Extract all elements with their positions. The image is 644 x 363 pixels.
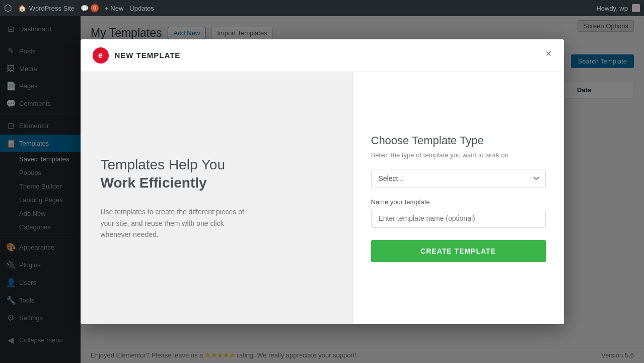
updates-item[interactable]: Updates [129,5,154,12]
new-label: + New [105,5,123,12]
modal-right-title: Choose Template Type [371,134,546,147]
template-name-label: Name your template [371,198,546,206]
comments-admin-item[interactable]: 💬 0 [81,4,99,12]
elementor-logo-icon: e [93,47,109,64]
modal-right-subtitle: Select the type of template you want to … [371,151,546,159]
modal-headline: Templates Help You Work Efficiently [101,156,332,193]
comment-count-badge: 0 [91,4,99,12]
wp-logo-icon: ⬡ [4,3,12,14]
modal-header: e NEW TEMPLATE × [81,39,564,72]
modal-overlay[interactable]: e NEW TEMPLATE × Templates Help You Work… [0,0,644,363]
modal-headline-bold: Work Efficiently [101,174,332,192]
modal-left-panel: Templates Help You Work Efficiently Use … [81,72,352,324]
admin-bar-right: Howdy, wp [596,4,640,12]
updates-label: Updates [129,5,154,12]
create-template-button[interactable]: CREATE TEMPLATE [371,240,546,262]
howdy-text: Howdy, wp [596,5,628,12]
template-name-input[interactable] [371,209,546,228]
new-template-modal: e NEW TEMPLATE × Templates Help You Work… [81,39,564,324]
site-name-item[interactable]: 🏠 WordPress Site [18,5,75,12]
site-name-label: WordPress Site [29,5,75,12]
modal-headline-line1: Templates Help You [101,157,226,172]
admin-bar: ⬡ 🏠 WordPress Site 💬 0 + New Updates How… [0,0,644,16]
comment-icon: 💬 [81,5,89,12]
new-content-item[interactable]: + New [105,5,123,12]
avatar[interactable] [632,4,640,12]
modal-title: NEW TEMPLATE [115,51,181,59]
site-home-icon: 🏠 [18,5,26,12]
modal-description: Use templates to create the different pi… [101,206,252,240]
modal-close-button[interactable]: × [542,46,556,60]
modal-right-panel: Choose Template Type Select the type of … [352,72,564,324]
template-type-select[interactable]: Select... Single Page Archive Search Res… [371,169,546,188]
modal-body: Templates Help You Work Efficiently Use … [81,72,564,324]
